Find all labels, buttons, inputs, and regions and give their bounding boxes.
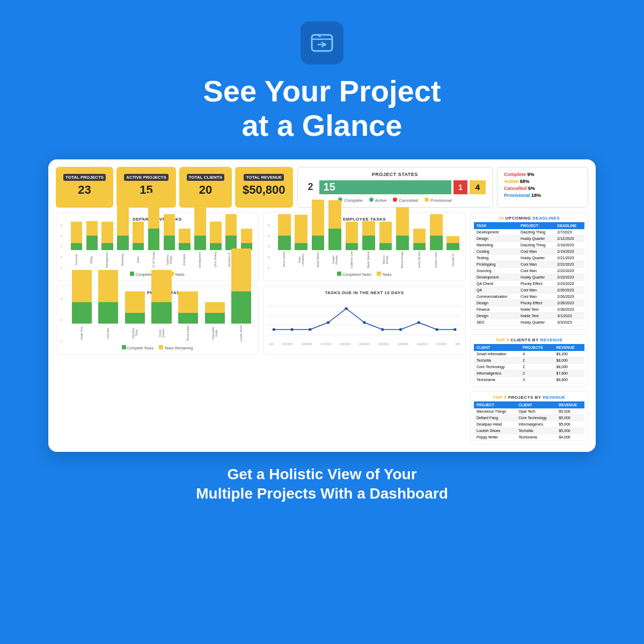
bar-group: Ricky Livingston [293,215,309,268]
bar-group: Animation [178,229,192,268]
bar-group: Kendall Yu [445,236,461,268]
svg-point-13 [417,321,420,324]
table-row: Informatgenics2$7,800 [474,370,584,376]
bar-group: Audrey Lamb [428,214,444,268]
bottom-subtitle: Get a Holistic View of YourMultiple Proj… [196,465,448,504]
stat-total-projects: TOTAL PROJECTS 23 [56,167,113,208]
bar-group: Yosalin Rhodes [327,200,342,268]
top-icon [301,21,343,64]
svg-point-8 [327,321,330,324]
project-states-title: PROJECT STATES [304,172,486,177]
table-row: SourcingCool Man2/22/2023 [474,267,584,274]
active-project-tasks-chart: ACTIVE PROJECT TASKS 123 Noble TentCool … [56,286,259,355]
deadlines-title: 10 UPCOMING DEADLINES [474,216,584,221]
table-row: MarketingDazzling Thing2/19/2023 [474,241,584,248]
bar-group: Sales [131,222,145,268]
table-row: Techzilla2$8,000 [474,357,584,363]
svg-point-5 [272,328,275,331]
active-bars: Noble TentCool ManDazzling ThingHusky Qu… [69,297,254,342]
dept-bar-chart: 12345 AccountsBillingManagementMarketing… [61,224,254,269]
bar-group: Guillermo Law [344,222,360,268]
stat-total-revenue: TOTAL REVENUE $50,800 [235,167,293,208]
bar-group: UI UX Design [147,193,161,268]
emp-bar-chart: 12345 Johny DanielRicky LivingstonMarie … [268,224,461,269]
right-percentage-stats: Complete 9% Active 68% Cancelled 5% Prov… [497,167,588,208]
top5-clients-box: TOP 5 CLIENTS BY REVENUE CLIENT PROJECTS… [470,334,588,387]
table-row: QACool Man2/26/2023 [474,287,584,293]
bar-group: Johny Daniel [276,214,292,268]
table-row: FinanceNoble Tent2/28/2023 [474,306,584,312]
states-bar: 2 15 1 4 [304,180,486,194]
upcoming-deadlines-box: 10 UPCOMING DEADLINES TASK PROJECT DEADL… [470,212,588,330]
bar-group: Marketing [115,207,130,268]
table-row: SEOHusky Quarter3/3/2023 [474,319,584,325]
table-row: TestingHusky Quarter2/21/2023 [474,254,584,261]
bar-group: Audry Nichols [412,229,427,268]
bar-group: Cool Man [96,270,121,342]
table-row: CommercializationCool Man2/26/2023 [474,293,584,299]
line-chart-labels: 2/142/15/20232/16/20232/17/20232/18/2023… [268,343,461,346]
hero-title: See Your Project at a Glance [203,74,441,143]
table-row: Core Technology2$8,000 [474,363,584,370]
table-row: Techorama3$6,800 [474,376,584,383]
table-row: DevelopmentHusky Quarter2/23/2023 [474,274,584,280]
bar-group: Husky Quarter [149,270,174,342]
bar-group: Accounts [69,222,84,268]
project-states-box: PROJECT STATES 2 15 1 4 Complete Active … [297,167,493,208]
table-row: Defiant FangCore Technology$5,000 [474,414,584,421]
stat-total-clients: TOTAL CLIENTS 20 [179,167,232,208]
bar-group: Marie Mason [310,200,326,268]
dept-bars: AccountsBillingManagementMarketingSalesU… [69,224,254,268]
employee-tasks-chart: EMPLOYEE TASKS 12345 Johny DanielRicky L… [263,212,466,281]
table-row: DevelopmentDazzling Thing2/7/2023 [474,229,584,236]
svg-point-10 [363,321,366,324]
emp-bars: Johny DanielRicky LivingstonMarie MasonY… [276,224,461,268]
svg-point-7 [309,328,312,331]
table-row: PrototypingCool Man2/22/2023 [474,261,584,267]
table-row: Marvelous ThingsOpal Tech$5,000 [474,408,584,415]
stats-boxes: TOTAL PROJECTS 23 ACTIVE PROJECTS 15 TOT… [56,167,293,208]
bar-group: Noble Tent [69,270,94,342]
table-row: QA CheckPlucky Effect2/23/2023 [474,280,584,287]
clients-title: TOP 5 CLIENTS BY REVENUE [474,338,584,342]
table-row: DesignPlucky Effect2/28/2023 [474,299,584,306]
tasks-due-chart: TASKS DUE IN THE NEXT 10 DAYS 2/142/15/2… [263,286,466,355]
charts-row-2: ACTIVE PROJECT TASKS 123 Noble TentCool … [56,286,466,355]
table-row: Deadpan HeadInformatgenics$5,000 [474,421,584,427]
bar-group: Impossible Kettle [202,302,228,342]
svg-point-14 [435,328,438,331]
line-chart-svg [268,297,461,343]
bar-group: QA & Testing [208,222,223,268]
table-row: Peppy WriterTechorama$4,000 [474,434,584,440]
bar-group: Billing [85,221,99,268]
svg-point-9 [345,307,348,310]
main-grid: DEPARTMENT TASKS 12345 AccountsBillingMa… [56,212,588,444]
bar-group: Graphics Design [162,214,177,268]
active-legend: Complete Tasks Tasks Remaining [61,345,254,350]
bar-group: Plucky Effect [175,291,201,342]
projects-table: PROJECT CLIENT REVENUE Marvelous ThingsO… [474,401,584,441]
emp-legend: Completed Tasks Tasks [268,272,461,276]
tasks-due-title: TASKS DUE IN THE NEXT 10 DAYS [268,290,461,295]
dashboard: TOTAL PROJECTS 23 ACTIVE PROJECTS 15 TOT… [48,159,596,452]
svg-point-15 [453,328,457,331]
bar-group: Development [193,207,208,268]
line-chart [268,297,461,343]
table-row: CostingCool Man2/19/2023 [474,248,584,254]
active-bar-chart: 123 Noble TentCool ManDazzling ThingHusk… [61,297,254,343]
bar-group: Mazie Spence [361,221,376,268]
table-row: DesignHusky Quarter2/12/2023 [474,235,584,241]
bar-group: Martua Kruger [394,207,410,268]
table-row: DesignNoble Tent3/1/2023 [474,312,584,319]
svg-point-11 [381,328,384,331]
right-column: 10 UPCOMING DEADLINES TASK PROJECT DEADL… [470,212,588,444]
svg-point-6 [290,328,294,331]
bar-group: Management [100,222,115,268]
projects-title: TOP 5 PROJECTS BY REVENUE [474,395,584,400]
bar-group: Dazzling Thing [122,291,148,342]
bar-group: Loutish Shoes [229,248,254,342]
charts-column: DEPARTMENT TASKS 12345 AccountsBillingMa… [56,212,466,444]
table-row: Loutish ShoesTechzilla$5,000 [474,427,584,434]
table-row: Smart Information4$9,200 [474,351,584,357]
bar-group: Marcus Woods [378,222,393,268]
